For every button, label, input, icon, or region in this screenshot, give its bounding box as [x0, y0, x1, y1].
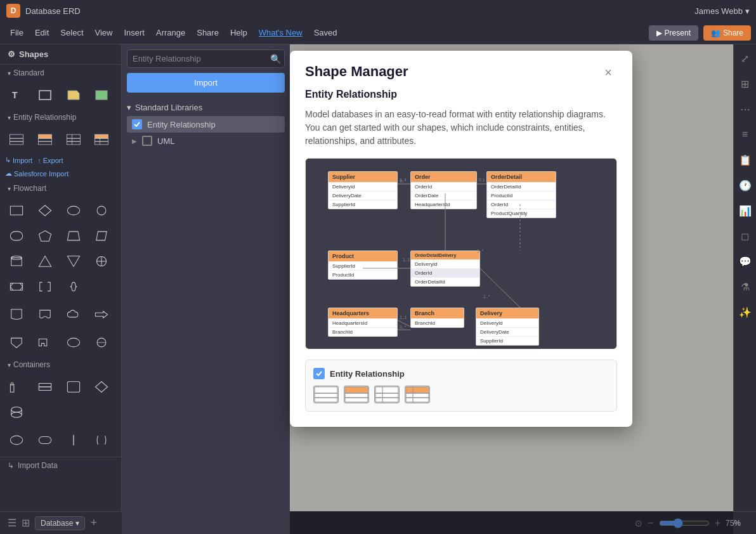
svg-rect-73 [375, 387, 398, 393]
shapes-icon[interactable]: ◻ [736, 227, 754, 245]
fc-diamond[interactable] [34, 199, 56, 222]
menu-select[interactable]: Select [55, 25, 88, 40]
filter-icon[interactable]: ⚗ [736, 278, 754, 296]
svg-rect-77 [406, 387, 429, 393]
canvas[interactable]: 🔍 Import ▾ Standard Libraries Entity Rel… [122, 44, 733, 534]
search-input[interactable] [127, 49, 285, 68]
menu-insert[interactable]: Insert [119, 25, 150, 40]
fc-triangle[interactable] [34, 250, 56, 273]
shape-text[interactable]: T [5, 84, 28, 107]
lib-item-uml[interactable]: ▶ UML [127, 133, 285, 149]
menu-help[interactable]: Help [225, 25, 252, 40]
share-button[interactable]: 👥 Share [703, 25, 751, 41]
salesforce-import-btn[interactable]: ☁ Salesforce Import [5, 169, 68, 178]
svg-rect-49 [39, 437, 51, 444]
svg-text:0..*: 0..* [400, 179, 407, 183]
format-icon[interactable]: ⊞ [736, 75, 754, 93]
more-icon[interactable]: ⋯ [736, 100, 754, 118]
shape-cloud[interactable] [62, 303, 85, 326]
standard-libraries-header[interactable]: ▾ Standard Libraries [127, 103, 285, 112]
er-shape-3[interactable] [62, 128, 85, 151]
section-containers[interactable]: ▾ Containers [0, 356, 121, 373]
cont-brace[interactable] [90, 429, 113, 452]
er-shape-4[interactable] [90, 128, 113, 151]
import-btn[interactable]: ↳ Import [5, 156, 32, 164]
shape-rect[interactable] [34, 84, 56, 107]
menu-edit[interactable]: Edit [30, 25, 54, 40]
magic-icon[interactable]: ✨ [736, 303, 754, 321]
comment-icon[interactable]: 💬 [736, 252, 754, 270]
cont-1[interactable] [5, 375, 28, 398]
cont-2[interactable] [34, 375, 56, 398]
more-shapes-grid [0, 301, 121, 329]
fc-cylinder[interactable] [5, 250, 28, 273]
menu-arrange[interactable]: Arrange [151, 25, 190, 40]
shape-shield[interactable] [5, 331, 28, 354]
uml-checkbox[interactable] [142, 136, 152, 146]
grid-view-icon[interactable]: ⊞ [22, 517, 30, 529]
libraries-section: ▾ Standard Libraries Entity Relationship… [122, 98, 290, 154]
shape-search[interactable] [34, 331, 56, 354]
shape-arrow[interactable] [90, 303, 113, 326]
lib-item-entity-relationship[interactable]: Entity Relationship [127, 116, 285, 133]
er-shape-1[interactable] [5, 128, 28, 151]
cont-bar[interactable] [62, 429, 85, 452]
clock-icon[interactable]: 🕐 [736, 176, 754, 194]
entity-relationship-checkbox[interactable] [132, 119, 142, 129]
data-icon[interactable]: 📊 [736, 202, 754, 219]
fc-oval[interactable] [62, 199, 85, 222]
fc-inv-triangle[interactable] [62, 250, 85, 273]
list-view-icon[interactable]: ☰ [8, 517, 16, 529]
pages-icon[interactable]: 📋 [736, 151, 754, 169]
section-standard[interactable]: ▾ Standard [0, 65, 121, 81]
import-button[interactable]: Import [127, 73, 285, 93]
export-btn[interactable]: ↑ Export [37, 156, 63, 164]
menu-saved[interactable]: Saved [309, 25, 342, 40]
menu-view[interactable]: View [90, 25, 118, 40]
cont-oval2[interactable] [5, 429, 28, 452]
svg-text:1..*: 1..* [400, 178, 407, 182]
fc-pentagon[interactable] [34, 225, 56, 247]
present-button[interactable]: ▶ Present [649, 25, 698, 41]
page-tab-dropdown[interactable]: Database ▾ [35, 516, 85, 530]
cont-3[interactable] [62, 375, 85, 398]
svg-rect-41 [39, 387, 51, 391]
menu-file[interactable]: File [5, 25, 29, 40]
cont-oval3[interactable] [34, 429, 56, 452]
er-shape-2[interactable] [34, 128, 56, 151]
close-button[interactable]: × [599, 63, 617, 81]
fc-hexagon[interactable] [5, 275, 28, 298]
svg-marker-24 [67, 231, 79, 240]
shape-manager-description: Model databases in an easy-to-read forma… [290, 108, 632, 158]
expand-icon[interactable]: ⤢ [736, 49, 754, 67]
add-page-button[interactable]: + [90, 516, 97, 530]
svg-point-47 [11, 407, 22, 412]
shape-doc[interactable] [5, 303, 28, 326]
fc-bracket[interactable] [34, 275, 56, 298]
section-entity-relationship[interactable]: ▾ Entity Relationship [0, 109, 121, 126]
footer-checkbox[interactable] [313, 368, 325, 379]
shape-note[interactable] [62, 84, 85, 107]
fc-rect[interactable] [5, 199, 28, 222]
shape-wavy[interactable] [34, 303, 56, 326]
import-data-button[interactable]: ↳ Import Data [0, 457, 121, 474]
svg-rect-71 [345, 393, 368, 398]
svg-rect-67 [315, 387, 337, 393]
section-flowchart[interactable]: ▾ Flowchart [0, 180, 121, 197]
erd-table-branch: Branch BranchId [410, 308, 464, 328]
layers-icon[interactable]: ≡ [736, 126, 754, 143]
fc-para[interactable] [90, 225, 113, 247]
shape-colored-rect[interactable] [90, 84, 113, 107]
menu-whats-new[interactable]: What's New [254, 25, 308, 40]
menu-share[interactable]: Share [192, 25, 224, 40]
fc-circle[interactable] [90, 199, 113, 222]
fc-rounded-rect[interactable] [5, 225, 28, 247]
search-icon[interactable]: 🔍 [270, 54, 281, 64]
cont-5[interactable] [5, 401, 28, 424]
shape-circle2[interactable] [90, 331, 113, 354]
shape-round[interactable] [62, 331, 85, 354]
fc-trap[interactable] [62, 225, 85, 247]
fc-cross[interactable] [90, 250, 113, 273]
fc-curly[interactable] [62, 275, 85, 298]
cont-4[interactable] [90, 375, 113, 398]
